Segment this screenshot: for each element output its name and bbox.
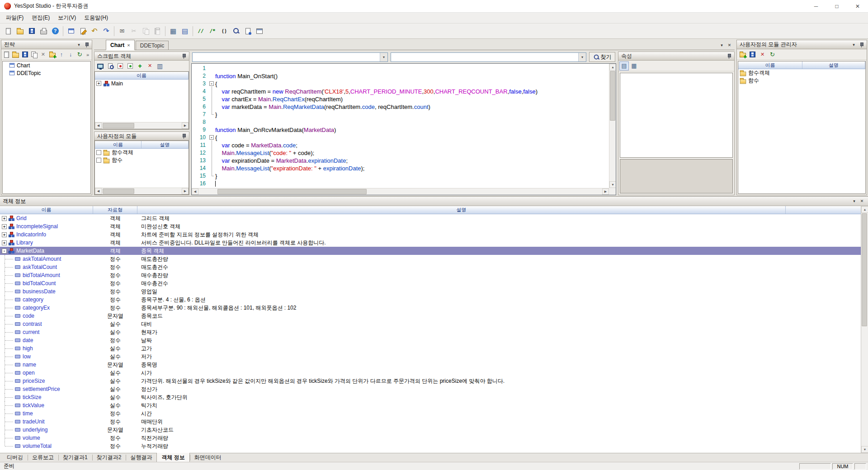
- panel-menu-button[interactable]: ▾: [850, 41, 857, 48]
- copy-strategy-button[interactable]: [30, 50, 38, 59]
- module-checkbox[interactable]: [96, 158, 101, 163]
- expand-icon[interactable]: +: [2, 232, 7, 237]
- new-file-button[interactable]: [2, 25, 14, 37]
- delete-object-button[interactable]: ✕: [145, 61, 155, 70]
- scroll-down-button[interactable]: ▼: [609, 181, 616, 188]
- print-button[interactable]: [38, 25, 49, 37]
- refresh-modules-button[interactable]: ↻: [768, 50, 777, 59]
- fold-icon[interactable]: -: [209, 135, 214, 140]
- dropdown-icon[interactable]: ▾: [578, 53, 586, 61]
- output-tab-5[interactable]: 객체 정보: [156, 453, 189, 463]
- panel-menu-button[interactable]: ▾: [75, 41, 82, 48]
- view-form-button[interactable]: [254, 25, 265, 37]
- menu-item-2[interactable]: 보기(V): [54, 13, 80, 23]
- expand-icon[interactable]: -: [2, 249, 7, 254]
- view-columns-button[interactable]: ▥: [155, 61, 165, 70]
- paste-button[interactable]: [151, 25, 163, 37]
- table-row-categoryEx[interactable]: categoryEx정수종목세부구분. 90 : 해외선물, 해외콜옵션 : 1…: [0, 304, 861, 312]
- properties-list[interactable]: [620, 73, 733, 158]
- strategy-item-0[interactable]: Chart: [3, 61, 90, 69]
- code-line-1[interactable]: 1: [192, 65, 609, 72]
- table-row-businessDate[interactable]: businessDate정수영업일: [0, 287, 861, 296]
- categorized-view-button[interactable]: ▤: [619, 61, 629, 70]
- horizontal-scrollbar[interactable]: ◀ ▶: [95, 122, 189, 129]
- table-row-current[interactable]: current실수현재가: [0, 328, 861, 336]
- object-stop-button[interactable]: [115, 61, 125, 70]
- copy-button[interactable]: [140, 25, 151, 37]
- output-tab-0[interactable]: 디버깅: [2, 453, 28, 462]
- pin-button[interactable]: [83, 41, 90, 48]
- code-line-14[interactable]: 14 Main.MessageList("expirationDate: " +…: [192, 164, 609, 172]
- table-row-underlying[interactable]: underlying문자열기초자산코드: [0, 426, 861, 434]
- script-object-0[interactable]: +Main: [95, 80, 189, 87]
- output-tab-6[interactable]: 화면데이터: [190, 453, 226, 462]
- column-header-name[interactable]: 이름: [95, 141, 142, 148]
- document-tab-1[interactable]: DDETopic: [136, 41, 169, 50]
- menu-item-0[interactable]: 파일(F): [2, 13, 28, 23]
- table-row-name[interactable]: name문자열종목명: [0, 361, 861, 369]
- scrollbar-track[interactable]: [861, 213, 868, 446]
- insert-grid-button[interactable]: ▤: [179, 25, 191, 37]
- close-document-button[interactable]: ✕: [726, 42, 733, 48]
- menu-item-3[interactable]: 도움말(H): [80, 13, 112, 23]
- expand-icon[interactable]: +: [2, 224, 7, 229]
- expand-icon[interactable]: +: [96, 81, 101, 86]
- table-row-settlementPrice[interactable]: settlementPrice실수정산가: [0, 385, 861, 393]
- output-tab-3[interactable]: 찾기결과2: [92, 453, 126, 462]
- code-line-13[interactable]: 13 var expirationDate = MarketData.expir…: [192, 157, 609, 164]
- scroll-thumb[interactable]: [862, 213, 867, 326]
- delete-module-button[interactable]: ✕: [758, 50, 767, 59]
- scroll-right-button[interactable]: ▶: [602, 188, 609, 195]
- column-header-type[interactable]: 자료형: [93, 206, 137, 214]
- delete-strategy-button[interactable]: ✕: [39, 50, 47, 59]
- scroll-thumb[interactable]: [103, 123, 134, 128]
- table-row-volume[interactable]: volume정수직전거래량: [0, 434, 861, 442]
- object-selector[interactable]: ▾: [192, 52, 388, 62]
- move-down-button[interactable]: ↓: [66, 50, 75, 59]
- add-module-button[interactable]: [738, 50, 747, 59]
- scrollbar-track[interactable]: [609, 70, 616, 181]
- scroll-up-button[interactable]: ▲: [861, 206, 868, 213]
- column-header-name[interactable]: 이름: [738, 61, 802, 69]
- refresh-strategies-button[interactable]: ↻: [75, 50, 84, 59]
- code-line-2[interactable]: 2function Main_OnStart(): [192, 72, 609, 80]
- scroll-thumb[interactable]: [217, 189, 367, 194]
- save-module-button[interactable]: [748, 50, 757, 59]
- table-row-volumeTotal[interactable]: volumeTotal정수누적거래량: [0, 442, 861, 450]
- table-row-category[interactable]: category정수종목구분. 4 : 선물, 6 : 옵션: [0, 296, 861, 304]
- help-button[interactable]: ?: [49, 25, 61, 37]
- expand-icon[interactable]: +: [2, 240, 7, 245]
- toolbar-overflow-button[interactable]: »: [85, 52, 91, 57]
- expand-icon[interactable]: +: [2, 216, 7, 221]
- table-row-askTotalAmount[interactable]: askTotalAmount정수매도총잔량: [0, 255, 861, 263]
- open-strategy-button[interactable]: [11, 50, 20, 59]
- scroll-right-button[interactable]: ▶: [182, 122, 189, 129]
- new-window-button[interactable]: [65, 25, 77, 37]
- add-object-button[interactable]: +: [135, 61, 145, 70]
- insert-table-button[interactable]: ▦: [167, 25, 179, 37]
- table-row-contrast[interactable]: contrast실수대비: [0, 320, 861, 328]
- table-row-open[interactable]: open실수시가: [0, 369, 861, 377]
- output-tab-1[interactable]: 오류보고: [28, 453, 58, 462]
- window-maximize-button[interactable]: □: [826, 0, 847, 12]
- pin-button[interactable]: [726, 53, 732, 60]
- table-row-high[interactable]: high실수고가: [0, 344, 861, 352]
- comment-lines-button[interactable]: //: [195, 25, 207, 37]
- horizontal-scrollbar[interactable]: ◀ ▶: [192, 188, 609, 195]
- column-header-name[interactable]: 이름: [0, 206, 93, 214]
- table-row-bidTotalAmount[interactable]: bidTotalAmount정수매수총잔량: [0, 271, 861, 279]
- table-row-Library[interactable]: +Library객체서비스 준비중입니다. DLL파일로 만들어진 라이브러리를…: [0, 239, 861, 247]
- block-comment-button[interactable]: /*: [207, 25, 218, 37]
- script-options-button[interactable]: [242, 25, 254, 37]
- scroll-left-button[interactable]: ◀: [95, 122, 102, 129]
- scroll-thumb[interactable]: [610, 71, 615, 121]
- table-row-IndicatorInfo[interactable]: +IndicatorInfo객체차트에 준비할 지표의 정보를 설정하기 위한 …: [0, 230, 861, 239]
- code-line-10[interactable]: 10-{: [192, 134, 609, 141]
- find-object-button[interactable]: [105, 61, 115, 70]
- table-row-low[interactable]: low실수저가: [0, 352, 861, 361]
- redo-button[interactable]: ↷: [100, 25, 112, 37]
- column-header-desc[interactable]: 설명: [802, 61, 865, 69]
- scrollbar-track[interactable]: [102, 122, 182, 129]
- strategy-item-1[interactable]: DDETopic: [3, 69, 90, 77]
- pin-button[interactable]: [180, 53, 187, 60]
